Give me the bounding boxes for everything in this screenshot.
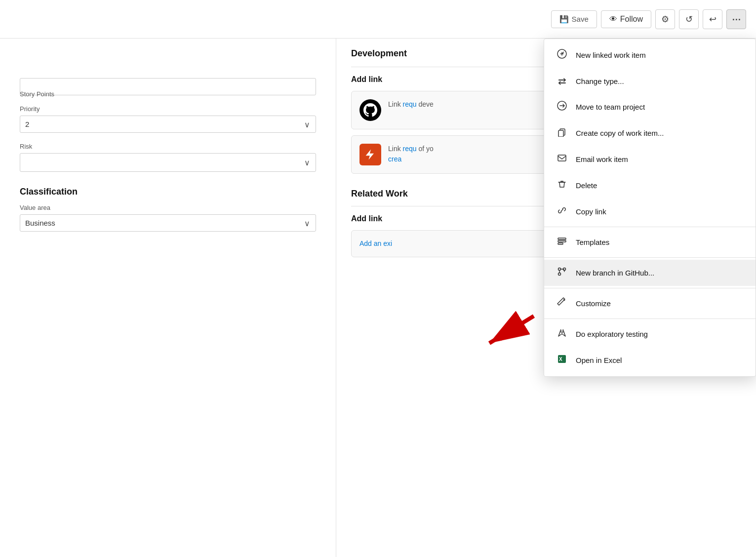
menu-item-customize-label: Customize <box>576 299 611 308</box>
menu-item-new-linked[interactable]: New linked work item <box>544 42 756 68</box>
toolbar: 💾 Save 👁 Follow ⚙ ↺ ↩ ⋯ <box>0 0 756 39</box>
excel-icon: X <box>556 354 568 366</box>
menu-item-new-branch-label: New branch in GitHub... <box>576 269 654 277</box>
value-area-label: Value area <box>20 204 316 211</box>
risk-label: Risk <box>20 143 316 150</box>
github-icon <box>359 99 381 121</box>
svg-text:X: X <box>559 357 562 362</box>
menu-item-open-excel[interactable]: X Open in Excel <box>544 347 756 373</box>
menu-item-copy-link[interactable]: Copy link <box>544 199 756 225</box>
menu-item-change-type-label: Change type... <box>576 77 624 85</box>
svg-rect-6 <box>558 238 566 239</box>
menu-item-copy-work-item-label: Create copy of work item... <box>576 129 664 137</box>
menu-item-delete[interactable]: Delete <box>544 172 756 199</box>
menu-item-do-exploratory-label: Do exploratory testing <box>576 330 648 338</box>
follow-label: Follow <box>620 15 643 24</box>
gear-icon: ⚙ <box>661 14 669 25</box>
menu-item-copy-work-item[interactable]: Create copy of work item... <box>544 120 756 146</box>
menu-item-move-team[interactable]: Move to team project <box>544 94 756 120</box>
priority-field: Priority 2 ∨ <box>20 105 316 133</box>
delete-icon <box>556 179 568 192</box>
customize-icon <box>556 297 568 310</box>
menu-item-do-exploratory[interactable]: Do exploratory testing <box>544 321 756 347</box>
follow-button[interactable]: 👁 Follow <box>601 10 651 28</box>
undo-button[interactable]: ↩ <box>703 9 722 29</box>
priority-value: 2 <box>25 120 29 128</box>
link-card-1-prefix: Link <box>388 100 403 108</box>
priority-label: Priority <box>20 105 316 113</box>
story-points-field <box>20 78 316 95</box>
svg-rect-5 <box>558 155 566 161</box>
menu-item-delete-label: Delete <box>576 181 597 190</box>
copy-work-item-icon <box>556 127 568 139</box>
menu-item-new-branch[interactable]: New branch in GitHub... <box>544 260 756 286</box>
story-points-label: Story Points <box>20 90 54 98</box>
menu-item-templates[interactable]: Templates <box>544 229 756 255</box>
value-area-field: Value area Business ∨ <box>20 204 316 232</box>
refresh-icon: ↺ <box>685 14 693 25</box>
add-existing-link[interactable]: Add an exi <box>359 239 392 247</box>
svg-rect-8 <box>558 243 563 244</box>
divider-1 <box>544 227 756 227</box>
menu-item-email-work-item[interactable]: Email work item <box>544 146 756 172</box>
link-card-2-suffix: of yo <box>419 145 434 153</box>
eye-icon: 👁 <box>609 15 617 24</box>
menu-item-customize[interactable]: Customize <box>544 290 756 317</box>
more-options-button[interactable]: ⋯ <box>726 9 746 29</box>
undo-icon: ↩ <box>709 14 716 25</box>
menu-item-change-type[interactable]: ⇄ Change type... <box>544 68 756 94</box>
settings-button[interactable]: ⚙ <box>655 9 675 29</box>
left-panel: Story Points Priority 2 ∨ Risk ∨ Classif… <box>0 39 336 557</box>
priority-select[interactable]: 2 <box>20 116 316 133</box>
value-area-value: Business <box>25 219 55 227</box>
link-card-1-suffix: deve <box>419 100 434 108</box>
email-icon <box>556 153 568 165</box>
risk-select[interactable] <box>20 153 316 172</box>
divider-2 <box>544 257 756 258</box>
divider-4 <box>544 318 756 319</box>
dropdown-menu: New linked work item ⇄ Change type... Mo… <box>544 39 756 377</box>
link-card-1-text: Link requ deve <box>388 99 434 110</box>
menu-item-open-excel-label: Open in Excel <box>576 356 622 364</box>
svg-rect-3 <box>558 130 563 137</box>
menu-item-email-label: Email work item <box>576 155 628 163</box>
link-card-2-create[interactable]: crea <box>388 155 401 163</box>
link-card-1-link[interactable]: requ <box>403 100 417 108</box>
link-card-2-link[interactable]: requ <box>403 145 417 153</box>
change-type-icon: ⇄ <box>556 75 568 87</box>
main-content: 💾 Save 👁 Follow ⚙ ↺ ↩ ⋯ Story Points Pri… <box>0 0 756 557</box>
classification-title: Classification <box>20 187 316 197</box>
save-button[interactable]: 💾 Save <box>551 10 597 28</box>
menu-item-copy-link-label: Copy link <box>576 207 606 216</box>
move-team-icon <box>556 101 568 113</box>
save-label: Save <box>572 15 589 23</box>
link-card-2-text: Link requ of yo crea <box>388 144 434 164</box>
repo-icon <box>359 144 381 165</box>
link-card-2-prefix: Link <box>388 145 403 153</box>
add-existing-text: Add an exi <box>359 239 392 249</box>
exploratory-icon <box>556 328 568 340</box>
risk-field: Risk ∨ <box>20 143 316 172</box>
copy-link-icon <box>556 205 568 218</box>
new-linked-icon <box>556 49 568 61</box>
save-icon: 💾 <box>559 15 569 24</box>
divider-3 <box>544 288 756 288</box>
menu-item-new-linked-label: New linked work item <box>576 51 646 59</box>
branch-icon <box>556 267 568 279</box>
svg-point-12 <box>561 331 563 333</box>
refresh-button[interactable]: ↺ <box>679 9 699 29</box>
menu-item-move-team-label: Move to team project <box>576 103 645 111</box>
svg-rect-7 <box>558 240 566 242</box>
more-icon: ⋯ <box>732 14 741 25</box>
story-points-input[interactable] <box>20 78 316 95</box>
menu-item-templates-label: Templates <box>576 238 609 246</box>
templates-icon <box>556 236 568 248</box>
value-area-select[interactable]: Business <box>20 214 316 232</box>
